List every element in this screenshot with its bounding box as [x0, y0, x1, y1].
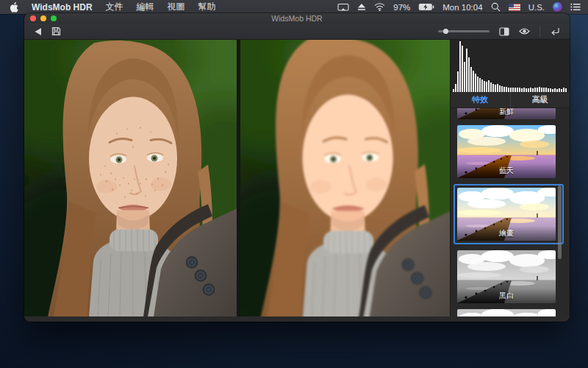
display-mirroring-icon[interactable]: [337, 3, 349, 12]
effect-item-blackwhite[interactable]: 黑白: [457, 250, 556, 303]
effect-item-painting[interactable]: 繪畫: [457, 188, 556, 241]
effect-label: 新鮮: [457, 108, 556, 119]
menu-view[interactable]: 視圖: [168, 1, 185, 13]
preview-eye-icon[interactable]: [519, 27, 530, 35]
siri-icon[interactable]: [553, 2, 562, 12]
menu-bar: WidsMob HDR 文件 編輯 視圖 幫助 97%: [0, 0, 588, 14]
input-source-label[interactable]: U.S.: [528, 3, 545, 12]
apple-menu-icon[interactable]: [10, 2, 18, 13]
desktop: WidsMob HDR 文件 編輯 視圖 幫助 97%: [0, 0, 588, 368]
battery-percent: 97%: [393, 3, 410, 12]
input-source-flag-icon[interactable]: [509, 4, 520, 11]
title-bar[interactable]: WidsMob HDR: [24, 13, 570, 24]
window-title: WidsMob HDR: [24, 13, 570, 24]
wifi-icon[interactable]: [374, 3, 385, 11]
eject-icon[interactable]: [357, 3, 366, 11]
photo-before: [24, 40, 237, 316]
back-button[interactable]: [34, 27, 42, 36]
close-window-button[interactable]: [30, 15, 36, 21]
menu-clock[interactable]: Mon 10:04: [442, 3, 482, 12]
sidebar-tabs: 特效 高級: [451, 92, 570, 108]
split-view-icon[interactable]: [499, 27, 509, 36]
sidebar: 特效 高級 新鮮 藍天 繪畫: [450, 40, 570, 316]
slider-knob[interactable]: [443, 29, 448, 34]
effect-list: 新鮮 藍天 繪畫 黑白: [451, 108, 570, 316]
effect-item-partial[interactable]: [457, 309, 556, 316]
menu-app-name[interactable]: WidsMob HDR: [32, 2, 93, 13]
effect-label: 黑白: [457, 289, 556, 303]
photo-after: [240, 40, 450, 316]
effect-item-fresh[interactable]: 新鮮: [457, 108, 556, 119]
menu-help[interactable]: 幫助: [198, 1, 216, 13]
save-button[interactable]: [51, 26, 61, 36]
effect-item-bluesky[interactable]: 藍天: [457, 125, 556, 178]
window-bottom-strip: [24, 316, 570, 322]
battery-icon[interactable]: [418, 3, 434, 11]
compare-opacity-slider[interactable]: [438, 28, 490, 35]
effect-label: 藍天: [457, 163, 556, 178]
zoom-window-button[interactable]: [51, 15, 57, 21]
tab-effects[interactable]: 特效: [451, 92, 510, 107]
menu-file[interactable]: 文件: [106, 1, 123, 13]
notification-list-icon[interactable]: [570, 3, 581, 11]
menu-edit[interactable]: 編輯: [137, 1, 154, 13]
reset-button[interactable]: [550, 26, 560, 36]
histogram: [451, 40, 570, 92]
effect-item-painting-selected[interactable]: 繪畫: [453, 184, 564, 244]
tab-advanced[interactable]: 高級: [510, 92, 570, 107]
minimize-window-button[interactable]: [40, 15, 46, 21]
toolbar-divider: [539, 26, 540, 37]
app-window: WidsMob HDR: [24, 13, 570, 322]
toolbar: [24, 24, 570, 40]
sidebar-scrollbar[interactable]: [558, 185, 562, 259]
effect-label: 繪畫: [457, 226, 556, 241]
spotlight-search-icon[interactable]: [491, 2, 501, 12]
